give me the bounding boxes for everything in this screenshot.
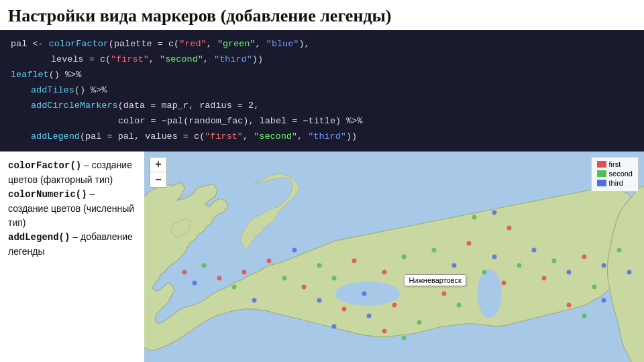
code-line-1: pal <- colorFactor(palette = c("red", "g… xyxy=(11,37,633,52)
code-paren2: ), xyxy=(299,39,309,49)
legend-label: second xyxy=(609,170,633,178)
code-leaflet-rest: () %>% xyxy=(49,70,82,80)
map-background xyxy=(144,152,644,362)
legend-label: third xyxy=(609,179,623,187)
code-legend-comma2: , xyxy=(297,131,308,141)
left-panel: colorFactor() – создание цветов (факторн… xyxy=(0,152,144,362)
code-line-5: addCircleMarkers(data = map_r, radius = … xyxy=(11,99,633,114)
legend-swatch xyxy=(597,170,606,177)
code-colorfactor: colorFactor xyxy=(49,39,109,49)
code-comma3: , xyxy=(149,54,160,64)
zoom-controls[interactable]: + − xyxy=(150,157,167,188)
code-leaflet: leaflet xyxy=(11,70,49,80)
svg-point-2 xyxy=(335,282,400,306)
code-paren1: (palette = c( xyxy=(109,39,179,49)
code-color-indent: color = ~pal(random_fac), label = ~title… xyxy=(11,114,363,129)
left-text-line2: colorNumeric() – создание цветов (числен… xyxy=(8,187,136,230)
map-panel: Нижневартовск + − firstsecondthird xyxy=(144,152,644,362)
code-comma4: , xyxy=(203,54,214,64)
code-line-7: addLegend(pal = pal, values = c("first",… xyxy=(11,129,633,145)
code-line-2: levels = c("first", "second", "third")) xyxy=(11,52,633,68)
code-addtiles-rest: () %>% xyxy=(74,85,107,95)
code-legend-comma1: , xyxy=(243,131,254,141)
colornumeric-mono: colorNumeric() xyxy=(8,189,87,200)
bottom-section: colorFactor() – создание цветов (факторн… xyxy=(0,152,644,362)
code-line-4: addTiles() %>% xyxy=(11,83,633,99)
code-str-third: "third" xyxy=(214,54,252,64)
map-tooltip: Нижневартовск xyxy=(404,274,466,286)
code-str-second: "second" xyxy=(160,54,203,64)
code-legend-second: "second" xyxy=(254,131,297,141)
code-legend-third: "third" xyxy=(308,131,346,141)
code-line-3: leaflet() %>% xyxy=(11,68,633,83)
tooltip-text: Нижневартовск xyxy=(409,276,461,284)
code-block: pal <- colorFactor(palette = c("red", "g… xyxy=(0,30,644,152)
left-text-line1: colorFactor() – создание цветов (факторн… xyxy=(8,158,136,187)
page-title: Настройки вида маркеров (добавление леге… xyxy=(0,0,644,30)
code-paren3: )) xyxy=(252,54,263,64)
svg-point-1 xyxy=(478,269,502,318)
left-text-line3: addLegend() – добавление легенды xyxy=(8,230,136,259)
code-addtiles: addTiles xyxy=(31,85,74,95)
title-text: Настройки вида маркеров (добавление леге… xyxy=(8,6,392,25)
code-comma2: , xyxy=(256,39,266,49)
legend-box: firstsecondthird xyxy=(591,157,639,192)
code-str-green: "green" xyxy=(217,39,256,49)
zoom-in-button[interactable]: + xyxy=(150,158,166,172)
legend-swatch xyxy=(597,161,606,168)
code-addlegend-params-pre: (pal = pal, values = c( xyxy=(80,131,205,141)
code-str-blue: "blue" xyxy=(266,39,299,49)
code-line-6: color = ~pal(random_fac), label = ~title… xyxy=(11,114,633,129)
legend-item: second xyxy=(597,170,633,178)
code-addcirclemarkers: addCircleMarkers xyxy=(31,101,118,111)
legend-label: first xyxy=(609,160,621,168)
code-pal-keyword: pal <- xyxy=(11,39,49,49)
legend-swatch xyxy=(597,180,606,186)
zoom-out-button[interactable]: − xyxy=(150,172,166,187)
code-str-red: "red" xyxy=(179,39,207,49)
legend-item: third xyxy=(597,179,633,187)
code-addlegend: addLegend xyxy=(31,131,80,141)
code-legend-close: )) xyxy=(346,131,357,141)
legend-item: first xyxy=(597,160,633,168)
code-str-first: "first" xyxy=(111,54,149,64)
addlegend-mono: addLegend() xyxy=(8,232,70,243)
colorfactor-mono: colorFactor() xyxy=(8,160,81,171)
code-legend-first: "first" xyxy=(205,131,243,141)
code-indent-levels: levels = c( xyxy=(11,52,111,68)
code-addcircle-params: (data = map_r, radius = 2, xyxy=(118,101,260,111)
code-comma1: , xyxy=(207,39,217,49)
